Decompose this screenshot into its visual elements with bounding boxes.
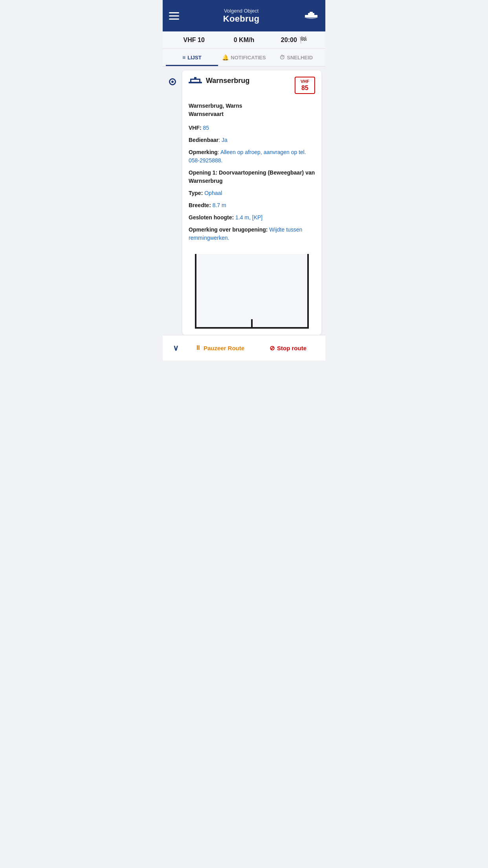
status-bar: VHF 10 0 KM/h 20:00 🏁 — [163, 31, 325, 49]
bedienbaar-field: Bedienbaar: Ja — [189, 136, 315, 144]
flag-icon: 🏁 — [299, 36, 307, 44]
bridge-diagram-inner — [195, 254, 309, 329]
route-rail — [163, 66, 182, 335]
opening-label: Opening 1: Doorvaartopening (Beweegbaar)… — [189, 169, 315, 184]
svg-rect-7 — [194, 77, 196, 79]
gesloten-value: 1.4 m, [KP] — [235, 214, 262, 221]
breedte-field: Breedte: 8.7 m — [189, 201, 315, 210]
vhf-badge-number: 85 — [299, 84, 311, 92]
vhf-field-label: VHF: — [189, 125, 202, 131]
opening-field: Opening 1: Doorvaartopening (Beweegbaar)… — [189, 169, 315, 185]
opmerking-field: Opmerking: Alleen op afroep, aanvragen o… — [189, 148, 315, 165]
type-field: Type: Ophaal — [189, 189, 315, 197]
vhf-badge: VHF 85 — [295, 77, 315, 94]
bedienbaar-value: Ja — [222, 137, 227, 143]
bridge-diagram — [189, 250, 315, 329]
gesloten-label: Gesloten hoogte: — [189, 214, 234, 221]
menu-button[interactable] — [169, 12, 179, 20]
bedienbaar-label: Bedienbaar — [189, 137, 218, 143]
tab-lijst[interactable]: ≡ LIJST — [166, 49, 218, 66]
bottom-bar: ∨ ⏸ Pauzeer Route ⊘ Stop route — [163, 335, 325, 360]
stop-route-button[interactable]: ⊘ Stop route — [254, 342, 322, 354]
main-content: Warnserbrug VHF 85 Warnserbrug, Warns Wa… — [163, 66, 325, 335]
type-label: Type: — [189, 190, 203, 196]
opmerking-opening-field: Opmerking over brugopening: Wijdte tusse… — [189, 226, 315, 242]
type-value: Ophaal — [204, 190, 222, 196]
speed-status: 0 KM/h — [219, 37, 269, 44]
bell-icon: 🔔 — [222, 54, 229, 61]
svg-rect-6 — [199, 79, 200, 83]
tab-snelheid[interactable]: ⏱ SNELHEID — [270, 49, 322, 66]
tab-bar: ≡ LIJST 🔔 NOTIFICATIES ⏱ SNELHEID — [163, 49, 325, 66]
gesloten-field: Gesloten hoogte: 1.4 m, [KP] — [189, 213, 315, 222]
bridge-location: Warnserbrug, Warns Warnservaart — [189, 102, 315, 118]
pause-route-button[interactable]: ⏸ Pauzeer Route — [185, 342, 254, 354]
app-header: Volgend Object Koebrug — [163, 0, 325, 31]
tab-notificaties[interactable]: 🔔 NOTIFICATIES — [218, 49, 270, 66]
vhf-field: VHF: 85 — [189, 124, 315, 132]
opmerking-label: Opmerking — [189, 149, 218, 155]
gauge-icon: ⏱ — [279, 54, 285, 61]
stop-icon: ⊘ — [270, 344, 275, 352]
vhf-badge-label: VHF — [299, 79, 311, 84]
header-subtitle: Volgend Object — [179, 8, 303, 14]
header-center: Volgend Object Koebrug — [179, 8, 303, 24]
bridge-icon — [189, 77, 202, 85]
breedte-value: 8.7 m — [213, 202, 226, 208]
opmerking-opening-label: Opmerking over brugopening: — [189, 226, 268, 233]
bridge-card: Warnserbrug VHF 85 Warnserbrug, Warns Wa… — [182, 70, 321, 335]
pause-label: Pauzeer Route — [204, 345, 244, 351]
header-title: Koebrug — [179, 14, 303, 24]
bridge-center-line — [251, 319, 253, 327]
time-status: 20:00 🏁 — [269, 36, 319, 44]
vhf-field-value: 85 — [203, 125, 209, 131]
list-icon: ≡ — [182, 54, 185, 61]
ship-icon — [303, 10, 319, 21]
card-header: Warnserbrug VHF 85 — [189, 77, 315, 94]
svg-rect-2 — [310, 12, 313, 13]
card-header-left: Warnserbrug — [189, 77, 250, 85]
svg-rect-5 — [190, 79, 191, 83]
bridge-name: Warnserbrug — [206, 77, 250, 85]
chevron-down-icon: ∨ — [173, 343, 179, 353]
stop-label: Stop route — [277, 345, 306, 351]
route-dot — [169, 78, 176, 85]
vhf-status: VHF 10 — [169, 37, 219, 44]
pause-icon: ⏸ — [195, 344, 201, 351]
breedte-label: Breedte: — [189, 202, 211, 208]
chevron-down-button[interactable]: ∨ — [166, 341, 185, 355]
